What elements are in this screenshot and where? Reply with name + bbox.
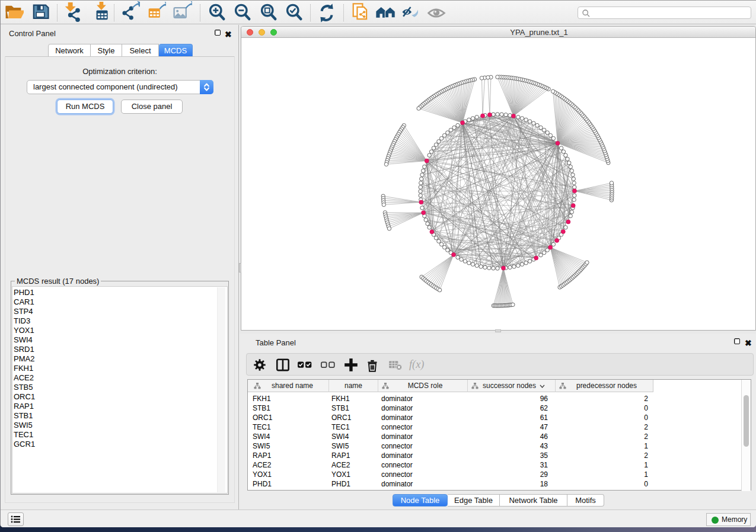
svg-text:f(x): f(x) <box>409 358 424 371</box>
